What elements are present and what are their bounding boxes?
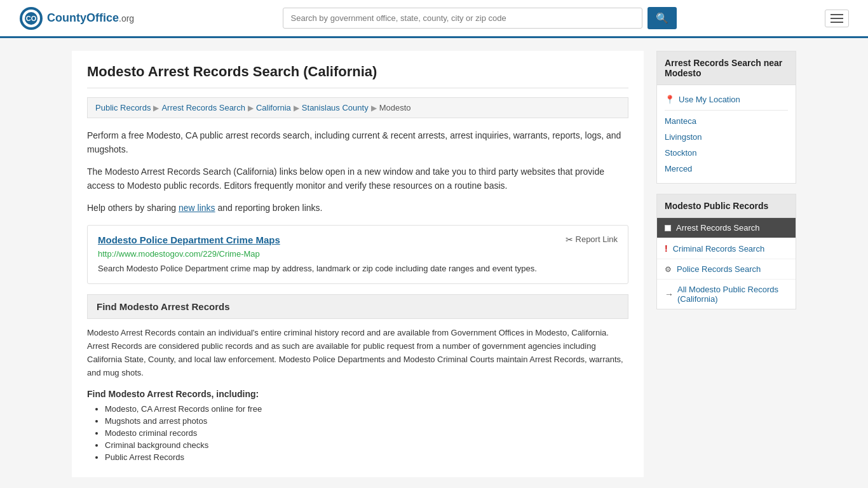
link-card-title[interactable]: Modesto Police Department Crime Maps <box>98 234 280 245</box>
breadcrumb-link-public-records[interactable]: Public Records <box>95 103 151 112</box>
gear-icon: ⚙ <box>665 265 672 274</box>
sidebar-item-police-records[interactable]: ⚙ Police Records Search <box>657 259 796 280</box>
find-section-body: Modesto Arrest Records contain an indivi… <box>87 327 628 379</box>
breadcrumb: Public Records ▶ Arrest Records Search ▶… <box>87 97 628 118</box>
svg-text:CO: CO <box>26 15 37 22</box>
hamburger-menu-button[interactable] <box>825 10 849 27</box>
sidebar-nearby-merced[interactable]: Merced <box>665 161 788 177</box>
header: CO CountyOffice.org 🔍 <box>0 0 868 38</box>
sidebar-item-arrest-records[interactable]: Arrest Records Search <box>657 218 796 238</box>
page-title: Modesto Arrest Records Search (Californi… <box>87 64 628 88</box>
list-item: Mugshots and arrest photos <box>105 416 628 426</box>
breadcrumb-link-arrest-records[interactable]: Arrest Records Search <box>161 103 245 112</box>
content-area: Modesto Arrest Records Search (Californi… <box>72 51 644 477</box>
arrow-icon: → <box>665 289 674 299</box>
breadcrumb-current: Modesto <box>379 103 411 112</box>
list-item: Modesto, CA Arrest Records online for fr… <box>105 404 628 414</box>
sidebar: Arrest Records Search near Modesto 📍 Use… <box>656 51 796 477</box>
sidebar-nearby-stockton[interactable]: Stockton <box>665 145 788 161</box>
list-item: Public Arrest Records <box>105 452 628 462</box>
sidebar-nearby-title: Arrest Records Search near Modesto <box>657 51 796 85</box>
breadcrumb-link-california[interactable]: California <box>256 103 291 112</box>
police-records-link[interactable]: Police Records Search <box>677 264 761 274</box>
all-public-records-link[interactable]: → All Modesto Public Records (California… <box>657 280 796 309</box>
intro-para-3: Help others by sharing new links and rep… <box>87 201 628 215</box>
report-link-button[interactable]: ✂ Report Link <box>566 234 618 245</box>
search-input[interactable] <box>283 8 642 29</box>
intro-para-1: Perform a free Modesto, CA public arrest… <box>87 128 628 157</box>
search-button[interactable]: 🔍 <box>648 7 677 29</box>
sidebar-nearby-section: Arrest Records Search near Modesto 📍 Use… <box>656 51 796 184</box>
sidebar-nearby-body: 📍 Use My Location Manteca Livingston Sto… <box>657 85 796 183</box>
find-section-header: Find Modesto Arrest Records <box>87 294 628 319</box>
breadcrumb-link-stanislaus[interactable]: Stanislaus County <box>302 103 369 112</box>
sidebar-item-criminal-records[interactable]: ! Criminal Records Search <box>657 238 796 259</box>
logo-area: CO CountyOffice.org <box>19 6 134 30</box>
breadcrumb-sep-4: ▶ <box>371 104 377 112</box>
list-item: Criminal background checks <box>105 440 628 450</box>
find-list: Modesto, CA Arrest Records online for fr… <box>87 404 628 462</box>
pin-icon: 📍 <box>665 95 675 104</box>
breadcrumb-sep-2: ▶ <box>248 104 254 112</box>
find-list-heading: Find Modesto Arrest Records, including: <box>87 389 628 399</box>
new-links-link[interactable]: new links <box>179 203 215 213</box>
sidebar-nearby-manteca[interactable]: Manteca <box>665 113 788 129</box>
link-card-header: Modesto Police Department Crime Maps ✂ R… <box>98 234 618 245</box>
sidebar-records-section: Modesto Public Records Arrest Records Se… <box>656 194 796 309</box>
use-my-location-link[interactable]: 📍 Use My Location <box>665 92 788 107</box>
scissors-icon: ✂ <box>566 234 573 245</box>
intro-para-2: The Modesto Arrest Records Search (Calif… <box>87 165 628 193</box>
exclaim-icon: ! <box>665 243 668 254</box>
sidebar-divider <box>665 110 788 111</box>
link-card-desc: Search Modesto Police Department crime m… <box>98 262 618 275</box>
logo-text: CountyOffice.org <box>47 11 134 25</box>
sidebar-nearby-livingston[interactable]: Livingston <box>665 129 788 145</box>
link-card: Modesto Police Department Crime Maps ✂ R… <box>87 225 628 285</box>
breadcrumb-sep-3: ▶ <box>294 104 299 112</box>
square-icon <box>665 225 671 231</box>
search-area: 🔍 <box>283 7 677 29</box>
main-wrapper: Modesto Arrest Records Search (Californi… <box>59 38 809 488</box>
breadcrumb-sep-1: ▶ <box>153 104 159 112</box>
sidebar-records-title: Modesto Public Records <box>657 194 796 218</box>
link-card-url: http://www.modestogov.com/229/Crime-Map <box>98 249 618 259</box>
criminal-records-link[interactable]: Criminal Records Search <box>673 244 765 254</box>
list-item: Modesto criminal records <box>105 428 628 438</box>
logo-icon: CO <box>19 6 43 30</box>
